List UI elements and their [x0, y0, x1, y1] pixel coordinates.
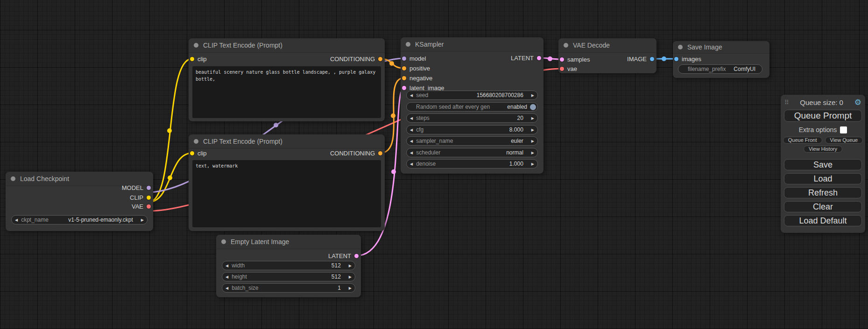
vae-port-icon[interactable] — [560, 67, 564, 71]
cfg-widget[interactable]: ◀ cfg 8.000 ▶ — [406, 125, 538, 134]
settings-gear-icon[interactable]: ⚙ — [854, 98, 861, 106]
widget-value: normal — [506, 149, 523, 156]
decrement-arrow-icon[interactable]: ◀ — [407, 151, 416, 155]
input-slot-clip: clip — [190, 54, 207, 63]
conditioning-port-icon[interactable] — [402, 76, 406, 80]
scheduler-widget[interactable]: ◀ scheduler normal ▶ — [406, 148, 538, 157]
conditioning-port-icon[interactable] — [378, 151, 382, 155]
extra-options-checkbox[interactable] — [840, 126, 847, 133]
decrement-arrow-icon[interactable]: ◀ — [407, 139, 416, 143]
node-ksampler[interactable]: KSampler model positive negative latent_… — [401, 37, 543, 174]
model-port-icon[interactable] — [402, 56, 406, 61]
increment-arrow-icon[interactable]: ▶ — [528, 151, 537, 155]
queue-prompt-button[interactable]: Queue Prompt — [784, 110, 862, 122]
slot-label: MODEL — [122, 184, 143, 191]
load-default-button[interactable]: Load Default — [784, 215, 862, 226]
width-widget[interactable]: ◀ width 512 ▶ — [222, 261, 355, 270]
negative-prompt-textarea[interactable]: text, watermark — [192, 160, 381, 227]
sampler-name-widget[interactable]: ◀ sampler_name euler ▶ — [406, 136, 538, 146]
node-title-bar[interactable]: KSampler — [401, 37, 543, 52]
increment-arrow-icon[interactable]: ▶ — [346, 264, 355, 268]
input-slot-model: model — [402, 54, 426, 63]
increment-arrow-icon[interactable]: ▶ — [528, 128, 537, 132]
conditioning-port-icon[interactable] — [378, 57, 382, 61]
collapse-dot-icon[interactable] — [678, 45, 683, 49]
save-button[interactable]: Save — [784, 159, 862, 170]
slot-label: LATENT — [328, 252, 351, 259]
node-title: VAE Decode — [573, 42, 610, 49]
random-seed-toggle[interactable]: Random seed after every gen enabled — [406, 102, 538, 112]
latent-port-icon[interactable] — [354, 254, 359, 258]
positive-prompt-textarea[interactable]: beautiful scenery nature glass bottle la… — [192, 66, 381, 118]
node-title-bar[interactable]: CLIP Text Encode (Prompt) — [189, 134, 385, 149]
node-clip-text-encode-negative[interactable]: CLIP Text Encode (Prompt) clip CONDITION… — [189, 134, 385, 231]
load-button[interactable]: Load — [784, 173, 862, 184]
node-title: CLIP Text Encode (Prompt) — [203, 138, 282, 145]
decrement-arrow-icon[interactable]: ◀ — [407, 162, 416, 166]
decrement-arrow-icon[interactable]: ◀ — [407, 116, 416, 120]
output-slot-model: MODEL — [122, 183, 151, 192]
refresh-button[interactable]: Refresh — [784, 187, 862, 198]
filename-prefix-widget[interactable]: filename_prefix ComfyUI — [678, 64, 762, 74]
collapse-dot-icon[interactable] — [194, 43, 198, 48]
decrement-arrow-icon[interactable]: ◀ — [222, 275, 232, 279]
decrement-arrow-icon[interactable]: ◀ — [407, 93, 416, 98]
clip-port-icon[interactable] — [190, 57, 194, 61]
vae-port-icon[interactable] — [147, 204, 151, 209]
toggle-knob-icon[interactable] — [530, 104, 536, 110]
link-midpoint-dot — [389, 61, 394, 66]
collapse-dot-icon[interactable] — [564, 43, 568, 48]
image-port-icon[interactable] — [650, 57, 654, 61]
latent-port-icon[interactable] — [537, 56, 541, 60]
node-title-bar[interactable]: Save Image — [673, 41, 769, 54]
node-save-image[interactable]: Save Image images filename_prefix ComfyU… — [673, 41, 769, 78]
collapse-dot-icon[interactable] — [221, 239, 226, 244]
input-slot-positive: positive — [402, 63, 430, 73]
node-empty-latent-image[interactable]: Empty Latent Image LATENT ◀ width 512 ▶ … — [216, 235, 361, 297]
queue-front-button[interactable]: Queue Front — [783, 137, 822, 144]
denoise-widget[interactable]: ◀ denoise 1.000 ▶ — [406, 159, 538, 168]
increment-arrow-icon[interactable]: ▶ — [138, 218, 147, 222]
widget-value: ComfyUI — [734, 66, 755, 72]
node-load-checkpoint[interactable]: Load Checkpoint MODEL CLIP VAE ◀ ckpt_na… — [6, 172, 153, 231]
height-widget[interactable]: ◀ height 512 ▶ — [222, 272, 355, 281]
extra-options-label: Extra options — [799, 126, 837, 133]
latent-port-icon[interactable] — [560, 57, 564, 62]
collapse-dot-icon[interactable] — [11, 176, 15, 181]
increment-arrow-icon[interactable]: ▶ — [528, 93, 537, 98]
decrement-arrow-icon[interactable]: ◀ — [12, 218, 21, 222]
increment-arrow-icon[interactable]: ▶ — [346, 275, 355, 279]
model-port-icon[interactable] — [147, 186, 151, 190]
node-vae-decode[interactable]: VAE Decode samples vae IMAGE — [558, 38, 656, 73]
steps-widget[interactable]: ◀ steps 20 ▶ — [406, 113, 538, 123]
latent-port-icon[interactable] — [402, 86, 406, 90]
seed-widget[interactable]: ◀ seed 156680208700286 ▶ — [406, 91, 538, 100]
conditioning-port-icon[interactable] — [402, 66, 406, 70]
clip-port-icon[interactable] — [147, 196, 151, 200]
output-slot-image: IMAGE — [627, 54, 654, 63]
image-port-icon[interactable] — [674, 57, 678, 61]
view-history-button[interactable]: View History — [804, 146, 842, 153]
decrement-arrow-icon[interactable]: ◀ — [407, 128, 416, 132]
collapse-dot-icon[interactable] — [406, 42, 410, 47]
link-midpoint-dot — [274, 123, 278, 127]
extra-options-row: Extra options — [781, 126, 865, 133]
increment-arrow-icon[interactable]: ▶ — [528, 116, 537, 120]
increment-arrow-icon[interactable]: ▶ — [528, 139, 537, 143]
collapse-dot-icon[interactable] — [194, 139, 198, 144]
node-clip-text-encode-positive[interactable]: CLIP Text Encode (Prompt) clip CONDITION… — [189, 38, 385, 121]
clip-port-icon[interactable] — [190, 151, 194, 155]
batch-size-widget[interactable]: ◀ batch_size 1 ▶ — [222, 283, 355, 293]
node-title-bar[interactable]: Empty Latent Image — [216, 235, 361, 249]
ckpt-name-widget[interactable]: ◀ ckpt_name v1-5-pruned-emaonly.ckpt ▶ — [11, 215, 148, 224]
decrement-arrow-icon[interactable]: ◀ — [222, 286, 232, 290]
widget-value: enabled — [507, 104, 527, 110]
view-queue-button[interactable]: View Queue — [825, 137, 863, 144]
decrement-arrow-icon[interactable]: ◀ — [222, 264, 232, 268]
node-title-bar[interactable]: CLIP Text Encode (Prompt) — [189, 38, 385, 53]
increment-arrow-icon[interactable]: ▶ — [528, 162, 537, 166]
node-title-bar[interactable]: VAE Decode — [558, 38, 656, 53]
clear-button[interactable]: Clear — [784, 201, 862, 212]
increment-arrow-icon[interactable]: ▶ — [346, 286, 355, 290]
drag-handle-icon[interactable]: ⠿ — [784, 99, 789, 106]
